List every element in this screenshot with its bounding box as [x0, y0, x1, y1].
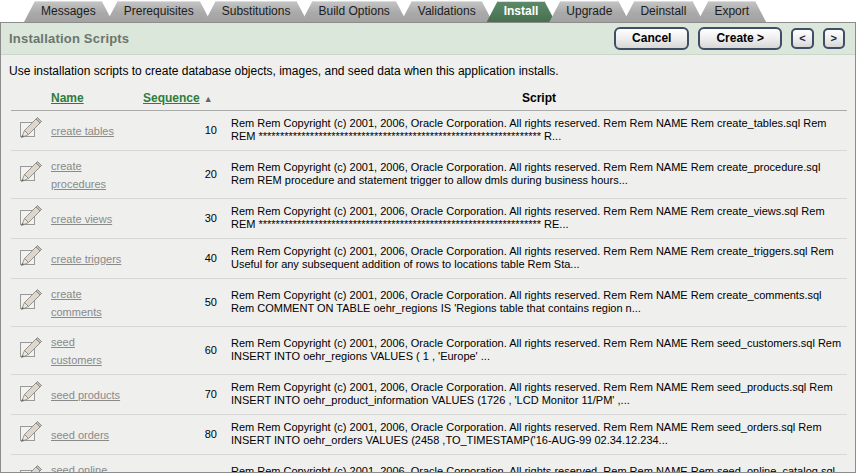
pencil-edit-icon[interactable] — [18, 288, 44, 316]
script-name-link[interactable]: create triggers — [51, 253, 121, 265]
tab-substitutions[interactable]: Substitutions — [205, 1, 308, 22]
table-row: seed products70Rem Rem Copyright (c) 200… — [11, 375, 847, 415]
name-sort-link[interactable]: Name — [51, 91, 84, 105]
sequence-value: 60 — [143, 327, 231, 375]
content-panel: Installation Scripts Cancel Create > < >… — [0, 22, 856, 473]
prev-page-button[interactable]: < — [791, 28, 813, 49]
script-preview-text: Rem Rem Copyright (c) 2001, 2006, Oracle… — [231, 327, 847, 375]
tab-validations[interactable]: Validations — [401, 1, 493, 22]
script-name-link[interactable]: create views — [51, 213, 112, 225]
script-preview-text: Rem Rem Copyright (c) 2001, 2006, Oracle… — [231, 455, 847, 473]
script-name-link[interactable]: create comments — [51, 288, 102, 318]
table-row: seed orders80Rem Rem Copyright (c) 2001,… — [11, 415, 847, 455]
region-header: Installation Scripts Cancel Create > < > — [1, 23, 855, 55]
script-column-header: Script — [231, 89, 847, 111]
pencil-edit-icon[interactable] — [18, 420, 44, 448]
edit-column-header — [11, 89, 51, 111]
tab-export[interactable]: Export — [697, 1, 766, 22]
tab-messages[interactable]: Messages — [24, 1, 113, 22]
sequence-value: 70 — [143, 375, 231, 415]
script-name-link[interactable]: create procedures — [51, 160, 106, 190]
script-name-link[interactable]: seed customers — [51, 336, 102, 366]
sequence-value: 90 — [143, 455, 231, 473]
header-actions: Cancel Create > < > — [614, 27, 845, 50]
next-page-button[interactable]: > — [823, 28, 845, 49]
create-button[interactable]: Create > — [698, 27, 782, 50]
table-row: create tables10Rem Rem Copyright (c) 200… — [11, 111, 847, 151]
pencil-edit-icon[interactable] — [18, 204, 44, 232]
tab-bar: MessagesPrerequisitesSubstitutionsBuild … — [0, 0, 856, 22]
table-row: create views30Rem Rem Copyright (c) 2001… — [11, 199, 847, 239]
pencil-edit-icon[interactable] — [18, 336, 44, 364]
tab-upgrade[interactable]: Upgrade — [549, 1, 629, 22]
script-name-link[interactable]: seed online catalog — [51, 464, 107, 473]
script-preview-text: Rem Rem Copyright (c) 2001, 2006, Oracle… — [231, 415, 847, 455]
description-text: Use installation scripts to create datab… — [1, 55, 855, 89]
table-row: create triggers40Rem Rem Copyright (c) 2… — [11, 239, 847, 279]
pencil-edit-icon[interactable] — [18, 160, 44, 188]
script-preview-text: Rem Rem Copyright (c) 2001, 2006, Oracle… — [231, 239, 847, 279]
tab-install[interactable]: Install — [487, 1, 556, 22]
script-name-link[interactable]: create tables — [51, 125, 114, 137]
scripts-table: Name Sequence▲ Script create tables10Rem… — [11, 89, 847, 473]
tab-deinstall[interactable]: Deinstall — [623, 1, 703, 22]
script-preview-text: Rem Rem Copyright (c) 2001, 2006, Oracle… — [231, 151, 847, 199]
sequence-column-header: Sequence▲ — [143, 89, 231, 111]
script-name-link[interactable]: seed products — [51, 389, 120, 401]
sort-ascending-icon: ▲ — [204, 94, 213, 104]
sequence-value: 80 — [143, 415, 231, 455]
script-preview-text: Rem Rem Copyright (c) 2001, 2006, Oracle… — [231, 199, 847, 239]
script-preview-text: Rem Rem Copyright (c) 2001, 2006, Oracle… — [231, 279, 847, 327]
sequence-value: 40 — [143, 239, 231, 279]
table-row: seed online catalog90Rem Rem Copyright (… — [11, 455, 847, 473]
sequence-value: 20 — [143, 151, 231, 199]
table-header-row: Name Sequence▲ Script — [11, 89, 847, 111]
pencil-edit-icon[interactable] — [18, 464, 44, 473]
sequence-sort-link[interactable]: Sequence — [143, 91, 200, 105]
table-row: seed customers60Rem Rem Copyright (c) 20… — [11, 327, 847, 375]
tab-prerequisites[interactable]: Prerequisites — [107, 1, 211, 22]
sequence-value: 30 — [143, 199, 231, 239]
page-title: Installation Scripts — [9, 31, 129, 46]
sequence-value: 10 — [143, 111, 231, 151]
script-preview-text: Rem Rem Copyright (c) 2001, 2006, Oracle… — [231, 375, 847, 415]
name-column-header: Name — [51, 89, 143, 111]
sequence-value: 50 — [143, 279, 231, 327]
pencil-edit-icon[interactable] — [18, 244, 44, 272]
cancel-button[interactable]: Cancel — [614, 27, 689, 50]
pencil-edit-icon[interactable] — [18, 116, 44, 144]
table-row: create comments50Rem Rem Copyright (c) 2… — [11, 279, 847, 327]
script-name-link[interactable]: seed orders — [51, 429, 109, 441]
tab-build-options[interactable]: Build Options — [301, 1, 406, 22]
script-preview-text: Rem Rem Copyright (c) 2001, 2006, Oracle… — [231, 111, 847, 151]
table-row: create procedures20Rem Rem Copyright (c)… — [11, 151, 847, 199]
pencil-edit-icon[interactable] — [18, 380, 44, 408]
